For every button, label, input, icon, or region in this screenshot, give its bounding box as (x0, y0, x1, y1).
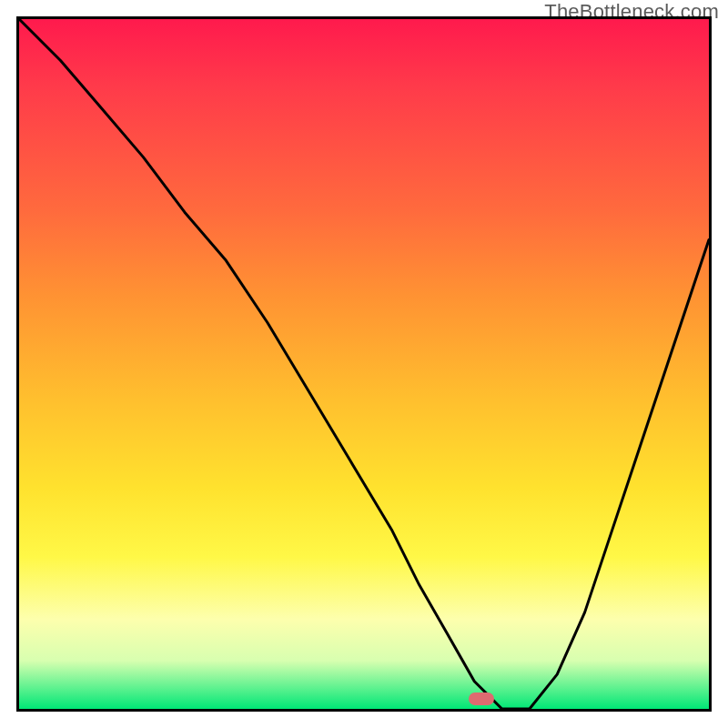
bottleneck-curve (19, 19, 709, 709)
chart-container: TheBottleneck.com (0, 0, 728, 728)
optimum-marker (469, 693, 494, 705)
plot-area (16, 16, 712, 712)
